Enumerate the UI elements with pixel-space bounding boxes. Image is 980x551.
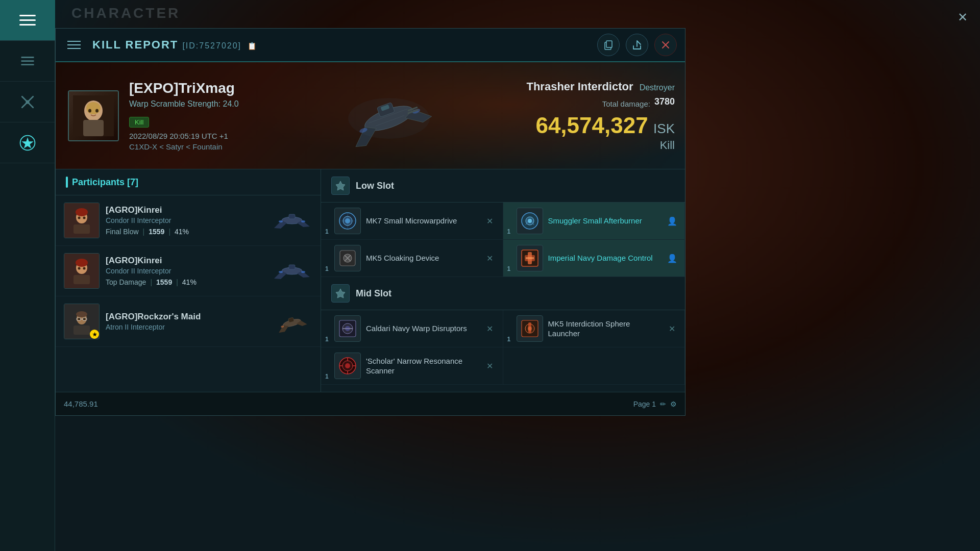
item-icon [517,208,543,234]
svg-rect-9 [606,41,612,47]
item-icon [334,315,361,342]
participant-ship: Atron II Interceptor [106,323,265,331]
item-remove-button[interactable]: ✕ [484,253,496,264]
condor-ship-svg [273,207,311,235]
item-remove-button[interactable]: ✕ [484,360,496,371]
cloaking-icon [337,248,358,268]
low-slot-grid: 1 MK7 Small Microwarpdrive ✕ 1 [321,203,685,277]
svg-point-33 [78,217,81,219]
titlebar-menu-button[interactable] [64,35,84,55]
participants-panel: Participants [7] [56,169,321,415]
item-remove-button[interactable]: ✕ [484,215,496,227]
svg-rect-15 [83,120,104,136]
item-remove-button[interactable]: ✕ [484,323,496,334]
hamburger-icon [19,15,36,26]
list-item[interactable]: [AGRO]Kinrei Condor II Interceptor Final… [56,195,321,246]
svg-point-35 [76,208,88,216]
edit-icon[interactable]: ✏ [660,400,666,408]
svg-marker-83 [336,289,345,298]
participants-title: Participants [7] [72,177,138,188]
item-count: 1 [325,336,329,343]
item-count: 1 [325,265,329,272]
warp-disruptor-icon [337,318,358,339]
ship-class: Thrasher Interdictor Destroyer [526,80,675,93]
svg-point-94 [345,363,350,368]
list-item[interactable]: 1 'Scholar' Narrow Resonance Scanner [321,347,503,385]
item-icon [334,208,361,234]
participant-avatar [64,203,100,238]
svg-rect-2 [21,64,34,65]
svg-point-34 [83,217,86,219]
participant-ship-image [272,306,312,337]
window-close-button[interactable] [654,34,677,56]
item-icon [334,353,361,379]
avatar-bg [64,254,99,288]
isk-unit: ISK [653,120,675,136]
list-item[interactable]: 1 Caldari Navy Warp Disruptors ✕ [321,310,503,347]
isk-value: 64,574,327 [535,112,648,137]
list-item[interactable]: 1 Imperial Navy Damage Control 👤 [503,240,685,277]
filter-icon[interactable]: ⚙ [670,400,677,408]
header-accent-bar [66,177,68,188]
item-name: Imperial Navy Damage Control [548,253,663,263]
svg-rect-32 [74,224,90,234]
svg-rect-1 [21,60,34,62]
mid-slot-header: Mid Slot [321,277,685,310]
sphere-launcher-icon [520,318,540,339]
participant-ship: Condor II Interceptor [106,216,265,224]
item-name: Caldari Navy Warp Disruptors [366,323,479,334]
stat-label: Top Damage [106,278,146,286]
app-close-button[interactable]: ✕ [950,5,975,30]
svg-point-91 [528,327,532,331]
mid-slot-icon [335,288,346,299]
footer-bar: 44,785.91 Page 1 ✏ ⚙ [56,392,685,415]
item-user-icon: 👤 [667,254,677,263]
item-user-icon: 👤 [667,216,677,226]
footer-page: Page 1 ✏ ⚙ [633,400,677,408]
participant-ship-image [272,256,312,286]
list-item[interactable]: 1 MK7 Small Microwarpdrive ✕ [321,203,503,240]
item-count: 1 [507,265,511,272]
list-item[interactable]: [AGRO]Kinrei Condor II Interceptor Top D… [56,246,321,296]
list-item[interactable]: ★ [AGRO]Rockzor's Maid Atron II Intercep… [56,296,321,347]
item-icon [334,245,361,271]
character-label: CHARACTER [71,5,180,21]
item-remove-button[interactable]: ✕ [666,323,677,334]
list-item[interactable]: 1 Smuggler Small Afterburner 👤 [503,203,685,240]
participant-ship-image [272,205,312,236]
item-icon [517,315,543,342]
star-icon [18,134,37,152]
copy-icon[interactable]: 📋 [248,42,257,50]
avatar-bg [64,203,99,238]
low-slot-title: Low Slot [356,181,394,191]
list-item[interactable]: 1 MK5 Cloaking Device ✕ [321,240,503,277]
participant-name: [AGRO]Kinrei [106,256,265,266]
kill-banner: [EXPO]TriXmag Warp Scramble Strength: 24… [56,62,685,169]
sidebar-item-menu[interactable] [0,41,55,82]
content-area: Participants [7] [56,169,685,415]
participant-details: [AGRO]Rockzor's Maid Atron II Intercepto… [106,312,265,331]
item-count: 1 [325,373,329,380]
menu-lines-icon [18,52,37,70]
svg-point-16 [88,109,91,112]
stat-label: Final Blow [106,228,139,236]
svg-point-41 [301,220,305,222]
sidebar-item-star[interactable] [0,122,55,163]
window-titlebar: KILL REPORT [ID:7527020] 📋 [56,29,685,62]
item-name: MK5 Interdiction Sphere Launcher [548,319,662,339]
svg-point-14 [86,102,101,114]
sidebar-item-combat[interactable] [0,82,55,122]
pilot-avatar[interactable] [68,90,119,141]
list-item[interactable]: 1 MK5 Interdiction Sphere Launcher ✕ [503,310,685,347]
participant-stats: Final Blow | 1559 | 41% [106,228,265,236]
svg-point-45 [78,267,81,270]
participant-avatar-svg [68,258,95,284]
sidebar-menu-button[interactable] [0,0,55,41]
copy-button[interactable] [597,34,620,56]
isk-row: 64,574,327 ISK [526,114,675,136]
export-button[interactable] [626,34,648,56]
export-btn-icon [631,39,643,51]
svg-rect-82 [526,257,534,259]
item-icon [517,245,543,271]
mid-slot-grid: 1 Caldari Navy Warp Disruptors ✕ 1 [321,310,685,385]
